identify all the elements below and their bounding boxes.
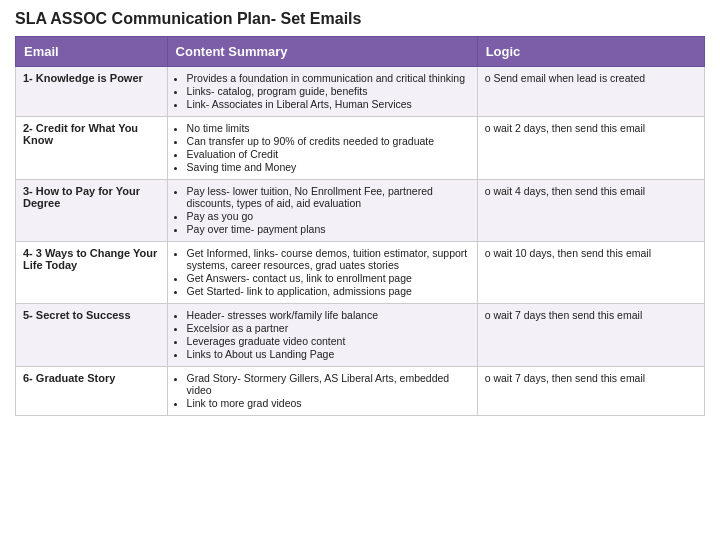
logic-cell: o wait 2 days, then send this email	[477, 117, 704, 180]
content-bullet: Pay as you go	[187, 210, 470, 222]
table-row: 6- Graduate StoryGrad Story- Stormery Gi…	[16, 367, 705, 416]
page-title: SLA ASSOC Communication Plan- Set Emails	[15, 10, 705, 28]
content-bullet: Provides a foundation in communication a…	[187, 72, 470, 84]
table-row: 1- Knowledge is PowerProvides a foundati…	[16, 67, 705, 117]
content-bullet: Links- catalog, program guide, benefits	[187, 85, 470, 97]
content-cell: Get Informed, links- course demos, tuiti…	[167, 242, 477, 304]
email-cell: 1- Knowledge is Power	[16, 67, 168, 117]
content-bullet: Link to more grad videos	[187, 397, 470, 409]
content-bullet: Get Answers- contact us, link to enrollm…	[187, 272, 470, 284]
content-bullet: Pay over time- payment plans	[187, 223, 470, 235]
content-bullet: Evaluation of Credit	[187, 148, 470, 160]
email-cell: 5- Secret to Success	[16, 304, 168, 367]
email-cell: 2- Credit for What You Know	[16, 117, 168, 180]
table-row: 4- 3 Ways to Change Your Life TodayGet I…	[16, 242, 705, 304]
logic-cell: o wait 10 days, then send this email	[477, 242, 704, 304]
content-cell: Grad Story- Stormery Gillers, AS Liberal…	[167, 367, 477, 416]
content-bullet: Link- Associates in Liberal Arts, Human …	[187, 98, 470, 110]
content-bullet: Links to About us Landing Page	[187, 348, 470, 360]
logic-cell: o wait 7 days then send this email	[477, 304, 704, 367]
email-cell: 4- 3 Ways to Change Your Life Today	[16, 242, 168, 304]
content-cell: Provides a foundation in communication a…	[167, 67, 477, 117]
logic-cell: o wait 4 days, then send this email	[477, 180, 704, 242]
content-bullet: Get Informed, links- course demos, tuiti…	[187, 247, 470, 271]
content-cell: Header- stresses work/family life balanc…	[167, 304, 477, 367]
content-bullet: Grad Story- Stormery Gillers, AS Liberal…	[187, 372, 470, 396]
content-bullet: Pay less- lower tuition, No Enrollment F…	[187, 185, 470, 209]
logic-cell: o Send email when lead is created	[477, 67, 704, 117]
content-bullet: Can transfer up to 90% of credits needed…	[187, 135, 470, 147]
table-row: 2- Credit for What You KnowNo time limit…	[16, 117, 705, 180]
email-cell: 6- Graduate Story	[16, 367, 168, 416]
communication-plan-table: Email Content Summary Logic 1- Knowledge…	[15, 36, 705, 416]
content-bullet: Header- stresses work/family life balanc…	[187, 309, 470, 321]
content-bullet: Leverages graduate video content	[187, 335, 470, 347]
header-email: Email	[16, 37, 168, 67]
content-bullet: No time limits	[187, 122, 470, 134]
content-bullet: Excelsior as a partner	[187, 322, 470, 334]
content-cell: No time limitsCan transfer up to 90% of …	[167, 117, 477, 180]
table-row: 3- How to Pay for Your DegreePay less- l…	[16, 180, 705, 242]
content-cell: Pay less- lower tuition, No Enrollment F…	[167, 180, 477, 242]
header-content-summary: Content Summary	[167, 37, 477, 67]
content-bullet: Get Started- link to application, admiss…	[187, 285, 470, 297]
table-row: 5- Secret to SuccessHeader- stresses wor…	[16, 304, 705, 367]
content-bullet: Saving time and Money	[187, 161, 470, 173]
header-logic: Logic	[477, 37, 704, 67]
logic-cell: o wait 7 days, then send this email	[477, 367, 704, 416]
email-cell: 3- How to Pay for Your Degree	[16, 180, 168, 242]
